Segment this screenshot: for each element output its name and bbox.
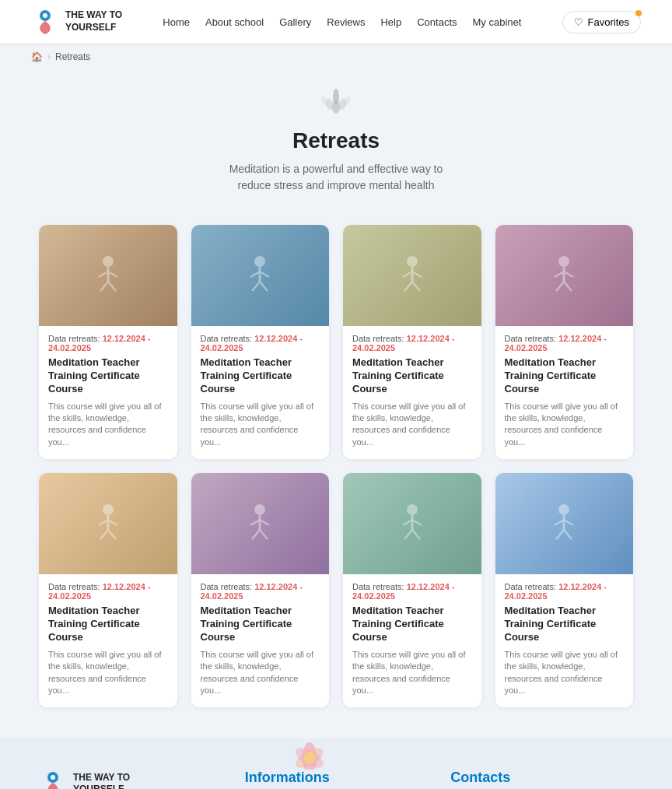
svg-line-53 <box>564 520 573 525</box>
footer-contacts-title: Contacts <box>450 770 633 786</box>
retreat-card[interactable]: Data retreats: 12.12.2024 - 24.02.2025Me… <box>343 225 481 459</box>
card-title: Meditation Teacher Training Certificate … <box>352 605 472 644</box>
svg-point-1 <box>43 13 47 18</box>
card-title: Meditation Teacher Training Certificate … <box>48 356 168 396</box>
footer-logo-icon <box>39 770 67 789</box>
svg-line-35 <box>108 520 117 525</box>
breadcrumb: 🏠 › Retreats <box>0 44 672 70</box>
svg-line-54 <box>556 530 564 539</box>
footer-contacts: Contacts Phone: +358417509255 Email: off… <box>450 770 633 789</box>
svg-line-24 <box>404 282 412 291</box>
nav-item-home[interactable]: Home <box>163 16 190 28</box>
breadcrumb-separator: › <box>47 51 51 62</box>
card-title: Meditation Teacher Training Certificate … <box>201 605 320 644</box>
favorites-button[interactable]: ♡ Favorites <box>562 11 641 33</box>
card-date: Data retreats: 12.12.2024 - 24.02.2025 <box>352 582 472 601</box>
svg-line-34 <box>99 520 108 525</box>
main-nav: HomeAbout schoolGalleryReviewsHelpContac… <box>163 16 521 28</box>
svg-line-22 <box>403 272 412 277</box>
card-title: Meditation Teacher Training Certificate … <box>352 356 472 396</box>
retreat-card[interactable]: Data retreats: 12.12.2024 - 24.02.2025Me… <box>39 473 177 707</box>
card-description: This course will give you all of the ski… <box>505 401 625 449</box>
card-image <box>191 473 330 574</box>
card-date: Data retreats: 12.12.2024 - 24.02.2025 <box>48 334 168 352</box>
footer-top: THE WAY TO YOURSELF VISA ●● PayPal G Pay… <box>39 770 633 789</box>
card-description: This course will give you all of the ski… <box>201 649 320 697</box>
card-image <box>343 225 481 326</box>
svg-line-36 <box>100 530 108 539</box>
card-description: This course will give you all of the ski… <box>201 401 320 449</box>
card-date: Data retreats: 12.12.2024 - 24.02.2025 <box>505 582 625 601</box>
cards-section: Data retreats: 12.12.2024 - 24.02.2025Me… <box>0 217 672 738</box>
retreat-card[interactable]: Data retreats: 12.12.2024 - 24.02.2025Me… <box>191 225 330 459</box>
footer-info: Informations HomeAbout schoolGalleryRevi… <box>245 770 428 789</box>
main-content: Retreats Meditation is a powerful and ef… <box>0 70 672 738</box>
svg-line-12 <box>100 282 108 291</box>
nav-item-my-cabinet[interactable]: My cabinet <box>473 16 522 28</box>
header: THE WAY TO YOURSELF HomeAbout schoolGall… <box>0 0 672 44</box>
svg-point-20 <box>407 256 418 267</box>
retreat-card[interactable]: Data retreats: 12.12.2024 - 24.02.2025Me… <box>343 473 481 707</box>
breadcrumb-current: Retreats <box>55 51 90 62</box>
svg-point-75 <box>51 775 55 780</box>
retreat-card[interactable]: Data retreats: 12.12.2024 - 24.02.2025Me… <box>191 473 330 707</box>
retreat-card[interactable]: Data retreats: 12.12.2024 - 24.02.2025Me… <box>39 225 177 459</box>
logo-text: THE WAY TO YOURSELF <box>65 9 122 33</box>
svg-point-50 <box>558 504 569 515</box>
card-description: This course will give you all of the ski… <box>352 649 472 697</box>
retreat-card[interactable]: Data retreats: 12.12.2024 - 24.02.2025Me… <box>495 225 634 459</box>
page-decorative-icon <box>16 86 656 122</box>
svg-line-16 <box>250 272 260 277</box>
card-title: Meditation Teacher Training Certificate … <box>505 356 625 396</box>
card-date: Data retreats: 12.12.2024 - 24.02.2025 <box>505 334 625 352</box>
svg-point-14 <box>254 256 265 267</box>
footer-brand: THE WAY TO YOURSELF VISA ●● PayPal G Pay… <box>39 770 222 789</box>
card-description: This course will give you all of the ski… <box>48 401 168 449</box>
footer: THE WAY TO YOURSELF VISA ●● PayPal G Pay… <box>0 738 672 789</box>
nav-item-help[interactable]: Help <box>380 16 401 28</box>
svg-line-49 <box>412 530 420 539</box>
svg-line-52 <box>555 520 564 525</box>
svg-point-38 <box>254 504 265 515</box>
footer-logo-text: THE WAY TO YOURSELF <box>73 772 130 789</box>
logo[interactable]: THE WAY TO YOURSELF <box>31 8 122 36</box>
card-description: This course will give you all of the ski… <box>352 401 472 449</box>
nav-item-contacts[interactable]: Contacts <box>417 16 457 28</box>
card-date: Data retreats: 12.12.2024 - 24.02.2025 <box>201 582 320 601</box>
svg-line-25 <box>412 282 420 291</box>
svg-line-31 <box>564 282 572 291</box>
footer-info-title: Informations <box>245 770 428 786</box>
favorites-label: Favorites <box>588 16 629 28</box>
card-image <box>343 473 481 574</box>
logo-icon <box>31 8 59 36</box>
nav-item-reviews[interactable]: Reviews <box>327 16 365 28</box>
page-subtitle: Meditation is a powerful and effective w… <box>16 161 656 194</box>
svg-line-47 <box>412 520 422 525</box>
page-title: Retreats <box>16 128 656 153</box>
card-image <box>191 225 330 326</box>
card-date: Data retreats: 12.12.2024 - 24.02.2025 <box>352 334 472 352</box>
card-title: Meditation Teacher Training Certificate … <box>505 605 625 644</box>
svg-point-26 <box>558 256 569 267</box>
svg-line-10 <box>99 272 108 277</box>
nav-item-about-school[interactable]: About school <box>205 16 264 28</box>
nav-item-gallery[interactable]: Gallery <box>279 16 311 28</box>
svg-point-7 <box>333 89 339 104</box>
card-description: This course will give you all of the ski… <box>48 649 168 697</box>
card-image <box>495 225 634 326</box>
card-image <box>495 473 634 574</box>
svg-line-42 <box>252 530 260 539</box>
home-icon: 🏠 <box>31 51 43 62</box>
heart-icon: ♡ <box>574 16 583 28</box>
svg-point-44 <box>407 504 418 515</box>
svg-line-40 <box>250 520 260 525</box>
card-date: Data retreats: 12.12.2024 - 24.02.2025 <box>48 582 168 601</box>
svg-line-37 <box>108 530 116 539</box>
card-title: Meditation Teacher Training Certificate … <box>48 605 168 644</box>
cards-grid: Data retreats: 12.12.2024 - 24.02.2025Me… <box>39 225 633 707</box>
svg-line-30 <box>556 282 564 291</box>
svg-line-17 <box>260 272 269 277</box>
svg-point-32 <box>103 504 114 515</box>
svg-line-18 <box>252 282 260 291</box>
retreat-card[interactable]: Data retreats: 12.12.2024 - 24.02.2025Me… <box>495 473 634 707</box>
